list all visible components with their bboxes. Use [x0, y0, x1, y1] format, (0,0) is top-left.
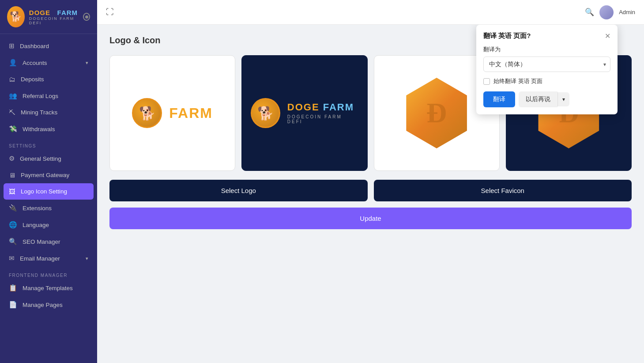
sidebar-item-seo-manager[interactable]: 🔍 SEO Manager [0, 233, 97, 250]
dashboard-icon: ⊞ [9, 42, 15, 50]
doge-avatar-circle: 🐕 [132, 98, 162, 128]
sidebar-item-label: Dashboard [20, 43, 49, 49]
translation-popup: 翻译 英语 页面? ✕ 翻译为 中文（简体） 日本語 한국어 Français … [476, 25, 618, 114]
chevron-down-icon: ▾ [86, 60, 88, 66]
mining-icon: ⛏ [9, 109, 15, 116]
avatar [599, 5, 614, 19]
sidebar-logo-area: 🐕 DOGE FARM DOGECOIN FARM DEFI [0, 0, 97, 34]
sidebar-item-language[interactable]: 🌐 Language [0, 216, 97, 233]
logo-card-light: 🐕 FARM [109, 55, 235, 171]
referral-icon: 👥 [9, 92, 17, 100]
always-translate-row: 始终翻译 英语 页面 [483, 77, 610, 85]
later-arrow-button[interactable]: ▾ [557, 92, 569, 106]
seo-icon: 🔍 [9, 238, 17, 246]
topbar-left: ⛶ [106, 8, 114, 17]
settings-section-label: SETTINGS [0, 137, 97, 150]
sidebar-item-general-setting[interactable]: ⚙ General Setting [0, 150, 97, 167]
templates-icon: 📋 [9, 284, 17, 292]
sidebar-item-label: Payment Gateway [21, 172, 69, 178]
sidebar-item-withdrawals[interactable]: 💸 Withdrawals [0, 121, 97, 137]
payment-icon: 🖥 [9, 171, 15, 179]
update-button[interactable]: Update [109, 208, 632, 229]
dark-logo-text: DOGE FARM DOGECOIN FARM DEFI [287, 102, 358, 124]
app-subtitle: DOGECOIN FARM DEFI [29, 16, 79, 25]
close-icon[interactable]: ✕ [605, 32, 610, 40]
sidebar-item-mining-tracks[interactable]: ⛏ Mining Tracks [0, 104, 97, 121]
app-logo-avatar: 🐕 [7, 6, 25, 27]
app-name-block: DOGE FARM DOGECOIN FARM DEFI [29, 9, 79, 25]
translate-button[interactable]: 翻译 [483, 91, 515, 107]
sidebar-item-label: Logo Icon Setting [21, 188, 67, 195]
popup-header: 翻译 英语 页面? ✕ [483, 32, 610, 40]
later-button-wrap: 以后再说 ▾ [519, 91, 569, 107]
logo-card-dark: 🐕 DOGE FARM DOGECOIN FARM DEFI [241, 55, 367, 171]
general-setting-icon: ⚙ [9, 155, 15, 163]
select-favicon-button[interactable]: Select Favicon [374, 180, 632, 201]
popup-button-row: 翻译 以后再说 ▾ [483, 91, 610, 107]
frontend-section-label: FRONTEND MANAGER [0, 267, 97, 280]
logo-card-light-inner: 🐕 FARM [123, 89, 222, 137]
sidebar-item-label: Referral Logs [23, 93, 58, 99]
always-translate-checkbox[interactable] [483, 78, 490, 85]
sidebar-item-label: Manage Templates [23, 285, 73, 291]
logo-card-dark-inner: 🐕 DOGE FARM DOGECOIN FARM DEFI [242, 89, 367, 137]
sidebar-item-label: Withdrawals [23, 126, 55, 132]
sidebar-item-label: General Setting [20, 155, 61, 162]
sidebar-nav: ⊞ Dashboard 👤 Accounts ▾ 🗂 Deposits 👥 Re… [0, 34, 97, 363]
sidebar-item-label: Mining Tracks [21, 109, 57, 116]
sidebar-item-logo-icon-setting[interactable]: 🖼 Logo Icon Setting [4, 183, 94, 200]
language-select-wrap: 中文（简体） 日本語 한국어 Français Deutsch Español … [483, 57, 610, 72]
sidebar-item-accounts[interactable]: 👤 Accounts ▾ [0, 54, 97, 71]
search-icon[interactable]: 🔍 [585, 8, 594, 17]
logo-icon: 🖼 [9, 188, 15, 195]
deposits-icon: 🗂 [9, 76, 15, 83]
chevron-down-icon: ▾ [86, 256, 88, 261]
sidebar-item-email-manager[interactable]: ✉ Email Manager ▾ [0, 250, 97, 267]
language-select[interactable]: 中文（简体） 日本語 한국어 Français Deutsch Español [483, 57, 610, 72]
sidebar-item-payment-gateway[interactable]: 🖥 Payment Gateway [0, 167, 97, 183]
doge-avatar-circle-dark: 🐕 [251, 98, 280, 128]
topbar: ⛶ 🔍 Admin [97, 0, 644, 25]
translate-for-label: 翻译为 [483, 45, 610, 53]
record-icon [83, 13, 90, 21]
action-buttons-row: Select Logo Select Favicon [109, 180, 632, 201]
withdrawals-icon: 💸 [9, 125, 17, 133]
pages-icon: 📄 [9, 301, 17, 309]
sidebar: 🐕 DOGE FARM DOGECOIN FARM DEFI ⊞ Dashboa… [0, 0, 97, 363]
sidebar-item-dashboard[interactable]: ⊞ Dashboard [0, 38, 97, 54]
sidebar-item-label: Email Manager [20, 255, 60, 262]
popup-title: 翻译 英语 页面? [483, 32, 531, 40]
sidebar-item-label: Manage Pages [23, 302, 63, 308]
sidebar-item-manage-templates[interactable]: 📋 Manage Templates [0, 280, 97, 296]
compress-icon[interactable]: ⛶ [106, 8, 114, 17]
sidebar-item-referral-logs[interactable]: 👥 Referral Logs [0, 87, 97, 104]
sidebar-item-extensions[interactable]: 🔌 Extensions [0, 200, 97, 216]
sidebar-item-label: Extensions [23, 205, 52, 212]
always-translate-label: 始终翻译 英语 页面 [493, 77, 542, 85]
select-logo-button[interactable]: Select Logo [109, 180, 368, 201]
sidebar-item-label: Language [23, 222, 49, 228]
topbar-right: 🔍 Admin [585, 5, 635, 19]
accounts-icon: 👤 [9, 59, 17, 67]
farm-text-label: FARM [169, 105, 213, 121]
content-area: Logo & Icon 🐕 FARM 🐕 DOGE FARM [97, 25, 644, 363]
language-icon: 🌐 [9, 221, 17, 229]
coin-hexagon-light: Ð [401, 78, 472, 148]
topbar-username: Admin [619, 9, 635, 15]
sidebar-item-deposits[interactable]: 🗂 Deposits [0, 71, 97, 87]
later-button[interactable]: 以后再说 [519, 91, 557, 107]
sidebar-item-manage-pages[interactable]: 📄 Manage Pages [0, 296, 97, 313]
email-icon: ✉ [9, 254, 15, 262]
record-dot [85, 15, 88, 19]
app-title: DOGE FARM [29, 9, 79, 16]
extensions-icon: 🔌 [9, 204, 17, 212]
sidebar-item-label: Deposits [21, 76, 44, 83]
sidebar-item-label: SEO Manager [23, 238, 60, 245]
main-area: ⛶ 🔍 Admin Logo & Icon 🐕 FARM 🐕 [97, 0, 644, 363]
dark-title: DOGE FARM [287, 102, 358, 113]
sidebar-item-label: Accounts [23, 60, 47, 66]
dark-subtitle: DOGECOIN FARM DEFI [287, 114, 358, 124]
